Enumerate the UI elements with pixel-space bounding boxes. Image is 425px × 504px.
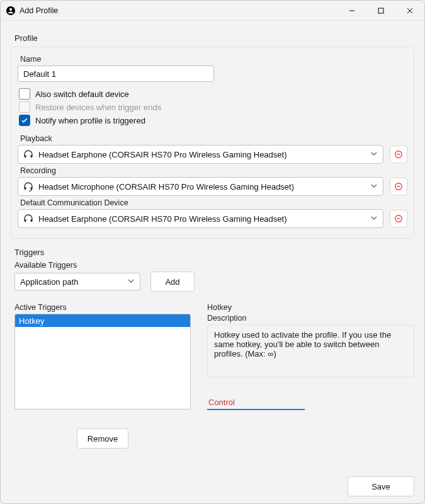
available-triggers-value: Application path [20, 277, 123, 287]
notify-label: Notify when profile is triggered [35, 116, 145, 125]
svg-rect-2 [378, 8, 383, 13]
save-button[interactable]: Save [348, 476, 414, 496]
available-triggers-label: Available Triggers [14, 261, 414, 270]
comm-value: Headset Earphone (CORSAIR HS70 Pro Wirel… [38, 214, 365, 224]
footer: Save [1, 469, 424, 503]
svg-point-1 [9, 8, 12, 10]
chevron-down-icon [370, 181, 378, 192]
titlebar: Add Profile [1, 1, 424, 21]
checkbox-disabled-icon [19, 101, 30, 113]
svg-rect-9 [25, 219, 26, 222]
playback-label: Playback [20, 134, 407, 143]
remove-circle-icon [394, 182, 403, 191]
playback-value: Headset Earphone (CORSAIR HS70 Pro Wirel… [38, 150, 365, 159]
recording-clear-button[interactable] [390, 178, 407, 195]
close-button[interactable] [395, 1, 424, 21]
trigger-detail-title: Hotkey [207, 303, 414, 312]
svg-rect-10 [31, 219, 33, 222]
hotkey-input[interactable] [207, 395, 305, 410]
remove-circle-icon [394, 214, 403, 223]
profile-name-input[interactable] [18, 66, 214, 82]
profile-group: Name Also switch default device Restore … [11, 47, 414, 239]
checkbox-unchecked-icon [19, 88, 30, 100]
minimize-button[interactable] [337, 1, 366, 21]
content-area: Profile Name Also switch default device … [1, 21, 424, 469]
notify-row[interactable]: Notify when profile is triggered [19, 115, 407, 126]
playback-select[interactable]: Headset Earphone (CORSAIR HS70 Pro Wirel… [18, 145, 383, 164]
headset-mic-icon [23, 181, 33, 192]
chevron-down-icon [370, 213, 378, 224]
app-window: Add Profile Profile Name Also switch def… [0, 0, 425, 504]
window-title: Add Profile [20, 6, 58, 15]
remove-trigger-button[interactable]: Remove [77, 428, 128, 449]
comm-select[interactable]: Headset Earphone (CORSAIR HS70 Pro Wirel… [18, 209, 383, 228]
add-trigger-button[interactable]: Add [150, 272, 195, 292]
triggers-section-label: Triggers [14, 248, 414, 257]
also-switch-label: Also switch default device [35, 89, 129, 99]
chevron-down-icon [127, 277, 135, 287]
profile-circle-icon [6, 6, 16, 16]
name-label: Name [20, 55, 407, 64]
also-switch-row[interactable]: Also switch default device [19, 88, 407, 100]
headset-icon [23, 214, 33, 224]
restore-row: Restore devices when trigger ends [19, 101, 407, 113]
comm-clear-button[interactable] [390, 210, 407, 227]
available-triggers-select[interactable]: Application path [14, 273, 140, 290]
recording-select[interactable]: Headset Microphone (CORSAIR HS70 Pro Wir… [18, 177, 383, 196]
remove-circle-icon [394, 150, 403, 159]
trigger-description: Hotkey used to activate the profile. If … [207, 324, 414, 377]
description-label: Description [207, 314, 414, 323]
profile-section-label: Profile [14, 33, 414, 43]
svg-rect-3 [25, 155, 26, 158]
comm-label: Default Communication Device [20, 198, 407, 207]
maximize-button[interactable] [366, 1, 395, 21]
list-item[interactable]: Hotkey [15, 314, 190, 327]
svg-rect-6 [25, 187, 26, 190]
recording-value: Headset Microphone (CORSAIR HS70 Pro Wir… [38, 182, 365, 192]
recording-label: Recording [20, 166, 407, 175]
restore-label: Restore devices when trigger ends [35, 103, 161, 112]
svg-rect-4 [31, 155, 33, 158]
playback-clear-button[interactable] [390, 146, 407, 163]
active-triggers-label: Active Triggers [14, 303, 197, 312]
headset-icon [23, 149, 33, 159]
active-triggers-list[interactable]: Hotkey [14, 314, 191, 410]
chevron-down-icon [370, 149, 378, 160]
svg-rect-7 [31, 187, 33, 190]
checkbox-checked-icon [19, 115, 30, 126]
